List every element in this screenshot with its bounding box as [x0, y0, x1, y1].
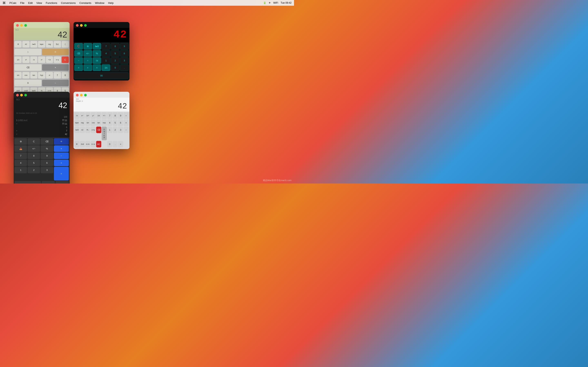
- equals-button-2[interactable]: =: [74, 64, 83, 71]
- nine-button-3[interactable]: 9: [41, 152, 53, 159]
- minimize-button-3[interactable]: [20, 94, 23, 96]
- seven-button-4[interactable]: 7: [107, 112, 112, 119]
- clear-button-3[interactable]: C: [27, 138, 40, 145]
- close-button-4[interactable]: [76, 94, 79, 96]
- second-button-4[interactable]: 2nd: [80, 141, 85, 147]
- divide-button-3[interactable]: ÷: [54, 138, 69, 145]
- eight-button-4[interactable]: 8: [113, 112, 118, 119]
- ex-button-4[interactable]: eˣ: [80, 112, 85, 119]
- square-button[interactable]: x²: [22, 57, 29, 63]
- divide-button-4[interactable]: ÷: [123, 112, 129, 119]
- 10x-button-4[interactable]: 10ˣ: [85, 112, 90, 119]
- menu-view[interactable]: View: [36, 1, 42, 4]
- eight-button-2[interactable]: 8: [111, 43, 120, 50]
- close-button-2[interactable]: [76, 24, 79, 27]
- dot-button-4[interactable]: .: [113, 141, 118, 147]
- eight-button[interactable]: 8: [62, 72, 69, 78]
- ab-button-2[interactable]: A▸B: [93, 43, 101, 50]
- multiply-button-1[interactable]: ×: [42, 64, 69, 71]
- multiply-button-3[interactable]: ×: [54, 145, 69, 152]
- factorial-button[interactable]: x!: [46, 72, 53, 78]
- sqrt-button-4[interactable]: √x: [74, 112, 79, 119]
- enter-button-4[interactable]: ENTER: [102, 127, 107, 140]
- five-button-3[interactable]: 5: [27, 160, 40, 166]
- nine-button-4[interactable]: 9: [118, 112, 123, 119]
- mre-button-4[interactable]: m re: [91, 141, 96, 147]
- four-button-3[interactable]: 4: [15, 160, 27, 166]
- close-button-1[interactable]: [16, 24, 19, 27]
- share-button-3[interactable]: 📤: [15, 145, 27, 152]
- dot-button-2[interactable]: .: [120, 64, 129, 71]
- plus-button-2[interactable]: +: [84, 64, 92, 71]
- minus-button-4[interactable]: −: [123, 127, 129, 133]
- backspace-button-4[interactable]: ⌫: [96, 127, 101, 133]
- zero-button-3[interactable]: 0: [15, 181, 41, 184]
- reciprocal-button-2[interactable]: 1/x: [102, 64, 110, 71]
- ab-button[interactable]: A▸B: [30, 41, 37, 48]
- percent-button-3[interactable]: %: [41, 145, 53, 152]
- minus-button-3[interactable]: −: [54, 152, 69, 159]
- one-button-4[interactable]: 1: [107, 127, 112, 133]
- backspace-button[interactable]: ⌫: [15, 64, 42, 71]
- reciprocal-button[interactable]: 1/x: [15, 57, 22, 63]
- xn-button[interactable]: xⁿ: [38, 57, 45, 63]
- six-button-2[interactable]: 6: [120, 50, 129, 57]
- fx-button[interactable]: f(x): [54, 41, 61, 48]
- reg-button-4[interactable]: reg: [80, 119, 85, 126]
- cos-button-4[interactable]: cos: [91, 119, 96, 126]
- tape-button[interactable]: tape: [38, 41, 45, 48]
- four-button-4[interactable]: 4: [107, 119, 112, 126]
- backspace-button-3[interactable]: ⌫: [41, 138, 53, 145]
- equals-button-3[interactable]: =: [54, 167, 69, 180]
- app-name[interactable]: PCalc: [9, 1, 17, 4]
- six-button-3[interactable]: 6: [41, 160, 53, 166]
- two-button-4[interactable]: 2: [113, 127, 118, 133]
- maximize-button-4[interactable]: [84, 94, 87, 96]
- settings-button-3[interactable]: ⚙: [15, 138, 27, 145]
- eight-button-3[interactable]: 8: [27, 152, 40, 159]
- three-button-3[interactable]: 3: [41, 167, 53, 173]
- plus-button-4[interactable]: +: [118, 141, 123, 147]
- tan-button[interactable]: tan: [30, 72, 37, 78]
- sin-button-4[interactable]: sin: [85, 119, 90, 126]
- menu-edit[interactable]: Edit: [28, 1, 33, 4]
- zero-button-4[interactable]: 0: [107, 141, 112, 147]
- zero-button-2[interactable]: 0: [111, 64, 120, 71]
- seven-button-3[interactable]: 7: [15, 152, 27, 159]
- rd-button-4[interactable]: R↓: [85, 127, 90, 133]
- settings-button[interactable]: ⚙: [15, 41, 22, 48]
- plusminus-button-3[interactable]: +/−: [27, 145, 40, 152]
- reg-button[interactable]: reg: [46, 41, 53, 48]
- sin-button[interactable]: sin: [15, 72, 22, 78]
- settings-button-2[interactable]: ⚙: [84, 43, 92, 50]
- reciprocal-button-4[interactable]: 1/x: [96, 112, 101, 119]
- dot-button-3[interactable]: .: [42, 181, 55, 184]
- maximize-button-1[interactable]: [24, 24, 27, 27]
- divide-button-2[interactable]: ÷: [84, 57, 92, 64]
- tape-button-4[interactable]: tape: [74, 119, 79, 126]
- menu-constants[interactable]: Constants: [79, 1, 91, 4]
- nthroot-button[interactable]: ⁿ√x: [46, 57, 53, 63]
- multiply-button-2[interactable]: ×: [93, 64, 101, 71]
- minimize-button-1[interactable]: [20, 24, 23, 27]
- multiply-button-4[interactable]: ×: [123, 119, 129, 126]
- sqrt-button[interactable]: √x: [30, 57, 37, 63]
- close-button-3[interactable]: [16, 94, 19, 96]
- three-button-4[interactable]: 3: [118, 127, 123, 133]
- one-button-3[interactable]: 1: [15, 167, 27, 173]
- menu-conversions[interactable]: Conversions: [61, 1, 76, 4]
- nine-button-2[interactable]: 9: [120, 43, 129, 50]
- xy-button-4[interactable]: x⇔y: [91, 127, 96, 133]
- maximize-button-2[interactable]: [84, 24, 87, 27]
- six-button-4[interactable]: 6: [118, 119, 123, 126]
- minus-button-1[interactable]: −: [42, 80, 69, 86]
- seven-button-2[interactable]: 7: [102, 43, 110, 50]
- doublezero-button-3[interactable]: 00: [56, 181, 69, 184]
- five-button-2[interactable]: 5: [111, 50, 120, 57]
- tan-button-4[interactable]: tan: [96, 119, 101, 126]
- plusminus-button-4[interactable]: +/−: [102, 112, 107, 119]
- exp-button-4[interactable]: exp: [102, 119, 107, 126]
- lparen-button[interactable]: (: [62, 41, 69, 48]
- sqrt-button-2[interactable]: √x: [93, 57, 101, 64]
- nine-button[interactable]: 9: [15, 80, 42, 86]
